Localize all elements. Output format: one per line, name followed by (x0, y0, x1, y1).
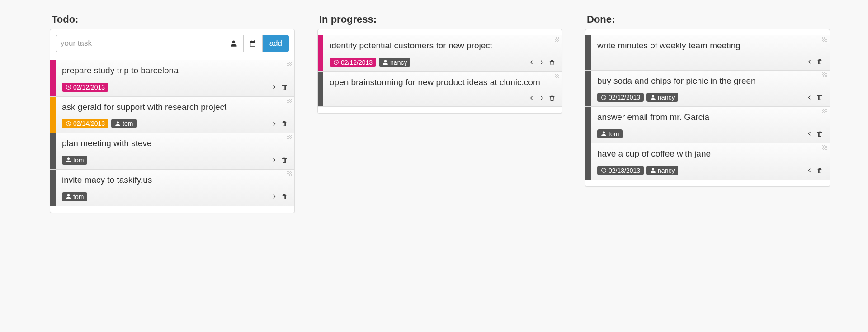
due-date-badge[interactable]: 02/13/2013 (597, 166, 644, 175)
badge-group: 02/13/2013nancy (597, 166, 678, 175)
assign-user-button[interactable] (225, 35, 244, 52)
assignee-badge[interactable]: nancy (646, 93, 678, 102)
card-list: identify potential customers for new pro… (318, 35, 562, 107)
move-prev-button[interactable] (806, 130, 813, 138)
chevron-right-icon (270, 83, 278, 91)
assignee-badge[interactable]: tom (111, 119, 137, 128)
drag-handle-icon[interactable] (287, 171, 292, 176)
clock-icon (66, 121, 71, 127)
move-prev-button[interactable] (528, 94, 535, 102)
task-title[interactable]: invite macy to taskify.us (62, 174, 288, 186)
task-title[interactable]: answer email from mr. Garcia (597, 111, 823, 123)
due-date-badge[interactable]: 02/12/2013 (62, 83, 108, 92)
task-card[interactable]: ask gerald for support with research pro… (50, 96, 294, 133)
trash-icon (548, 59, 556, 66)
drag-handle-icon[interactable] (822, 109, 827, 113)
delete-task-button[interactable] (816, 58, 823, 65)
task-card[interactable]: write minutes of weekly team meeting (585, 35, 830, 71)
badge-group: 02/12/2013 (62, 83, 108, 92)
assignee-badge[interactable]: nancy (379, 58, 410, 67)
column-panel: identify potential customers for new pro… (317, 29, 562, 114)
move-next-button[interactable] (270, 193, 278, 200)
move-next-button[interactable] (538, 94, 546, 102)
card-actions (270, 83, 288, 91)
task-card[interactable]: open brainstorming for new product ideas… (318, 71, 562, 107)
pick-date-button[interactable] (244, 35, 263, 52)
column-title: Todo: (52, 14, 295, 25)
column-inprogress: In progress: identify potential customer… (317, 14, 562, 213)
due-date-badge[interactable]: 02/12/2013 (597, 93, 644, 102)
move-prev-button[interactable] (528, 58, 535, 66)
user-icon (650, 95, 656, 100)
delete-task-button[interactable] (816, 167, 823, 174)
move-prev-button[interactable] (806, 58, 813, 66)
delete-task-button[interactable] (816, 94, 823, 101)
task-title[interactable]: open brainstorming for new product ideas… (330, 76, 556, 88)
assignee-badge[interactable]: nancy (646, 166, 678, 175)
card-meta-row: 02/12/2013nancy (597, 93, 823, 102)
assignee-badge[interactable]: tom (597, 129, 623, 138)
clock-icon (601, 167, 607, 173)
due-date-badge[interactable]: 02/14/2013 (62, 119, 108, 128)
task-title[interactable]: identify potential customers for new pro… (330, 40, 556, 52)
task-input[interactable] (56, 35, 225, 52)
delete-task-button[interactable] (281, 157, 288, 164)
task-title[interactable]: plan meeting with steve (62, 138, 288, 149)
task-card[interactable]: buy soda and chips for picnic in the gre… (585, 70, 830, 107)
delete-task-button[interactable] (548, 59, 556, 66)
column-done: Done: write minutes of weekly team meeti… (585, 14, 830, 213)
card-meta-row: 02/14/2013tom (62, 119, 288, 128)
drag-handle-icon[interactable] (822, 145, 827, 150)
assignee-badge[interactable]: tom (62, 156, 87, 165)
divider (56, 55, 289, 55)
delete-task-button[interactable] (281, 193, 288, 200)
move-prev-button[interactable] (806, 166, 813, 174)
task-title[interactable]: buy soda and chips for picnic in the gre… (597, 75, 823, 87)
trash-icon (281, 84, 288, 91)
move-next-button[interactable] (270, 156, 278, 164)
delete-task-button[interactable] (548, 95, 556, 102)
chevron-right-icon (538, 58, 546, 66)
move-prev-button[interactable] (806, 94, 813, 101)
move-next-button[interactable] (538, 58, 546, 66)
delete-task-button[interactable] (281, 84, 288, 91)
card-meta-row (597, 58, 823, 66)
drag-handle-icon[interactable] (287, 135, 292, 139)
task-card[interactable]: answer email from mr. Garciatom (585, 106, 830, 143)
drag-handle-icon[interactable] (555, 37, 559, 42)
chevron-left-icon (806, 94, 813, 101)
task-title[interactable]: prepare study trip to barcelona (62, 65, 288, 76)
assignee-name: nancy (658, 167, 675, 174)
card-meta-row: tom (597, 129, 823, 138)
task-card[interactable]: invite macy to taskify.ustom (50, 169, 294, 206)
delete-task-button[interactable] (281, 120, 288, 127)
task-card[interactable]: plan meeting with stevetom (50, 133, 294, 170)
due-date-badge[interactable]: 02/12/2013 (330, 58, 376, 67)
card-actions (806, 94, 823, 101)
chevron-left-icon (528, 58, 535, 66)
priority-stripe (318, 35, 323, 71)
drag-handle-icon[interactable] (287, 99, 292, 103)
task-title[interactable]: ask gerald for support with research pro… (62, 101, 288, 113)
delete-task-button[interactable] (816, 130, 823, 138)
drag-handle-icon[interactable] (822, 37, 827, 42)
trash-icon (816, 130, 823, 138)
move-next-button[interactable] (270, 83, 278, 91)
move-next-button[interactable] (270, 120, 278, 128)
task-title[interactable]: write minutes of weekly team meeting (597, 40, 823, 52)
task-card[interactable]: prepare study trip to barcelona02/12/201… (50, 60, 294, 97)
drag-handle-icon[interactable] (822, 72, 827, 77)
card-actions (270, 156, 288, 164)
kanban-board: Todo: add prepare study trip to barcelon… (0, 0, 868, 227)
assignee-name: nancy (658, 94, 675, 100)
task-card[interactable]: identify potential customers for new pro… (318, 35, 562, 72)
task-title[interactable]: have a cup of coffee with jane (597, 148, 823, 160)
clock-icon (333, 59, 339, 65)
add-task-button[interactable]: add (263, 35, 289, 52)
drag-handle-icon[interactable] (287, 62, 292, 66)
drag-handle-icon[interactable] (555, 74, 559, 78)
badge-group: 02/12/2013nancy (330, 58, 410, 67)
clock-icon (66, 84, 71, 90)
task-card[interactable]: have a cup of coffee with jane02/13/2013… (585, 143, 830, 180)
assignee-badge[interactable]: tom (62, 192, 87, 201)
